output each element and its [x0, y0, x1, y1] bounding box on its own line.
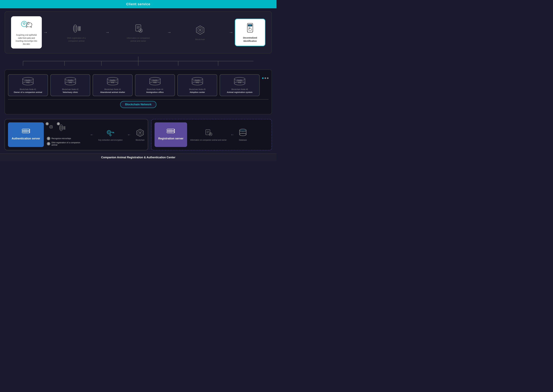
node-3-sublabel: Abandoned animal shelter	[100, 91, 125, 93]
svg-point-31	[200, 30, 200, 30]
svg-rect-131	[206, 130, 210, 135]
svg-point-136	[210, 133, 211, 134]
step-1-label: Recognize microchips	[51, 137, 71, 140]
step-2-label: DNA registration of a companion animal	[51, 141, 85, 146]
svg-rect-1	[23, 23, 25, 24]
svg-point-124	[140, 133, 140, 133]
node-4-sublabel: Immigration office	[146, 91, 164, 93]
flow-label-2: DNA registration of a companion animal	[64, 36, 89, 42]
svg-text:body: body	[238, 82, 241, 83]
reg-server-box: Registration server	[155, 122, 187, 147]
svg-text:header: header	[237, 79, 242, 81]
auth-server-box: Authentication server	[8, 122, 44, 147]
svg-point-12	[73, 25, 77, 32]
svg-text:body: body	[111, 82, 114, 83]
svg-text:DID: DID	[249, 25, 251, 26]
node-2-label: Blockchain Node #2	[62, 88, 78, 91]
svg-point-142	[240, 129, 246, 132]
database-item: Database	[238, 128, 248, 141]
reg-container: Registration server Information on compa…	[151, 119, 272, 150]
flow-label-5: Decentralized Identification	[238, 36, 262, 43]
blockchain-section: header body Blockchain Node #1 Owner of …	[0, 66, 276, 118]
svg-text:header: header	[195, 79, 200, 81]
node-5-label: Blockchain Node #5	[189, 88, 206, 91]
node-2-sublabel: Veterinary clinic	[63, 91, 78, 93]
auth-container: Authentication server 1	[5, 119, 148, 150]
svg-point-116	[108, 131, 110, 133]
svg-point-127	[174, 130, 175, 130]
dot-1	[262, 77, 264, 79]
blockchain-network-label: Blockchain Network	[8, 99, 269, 108]
svg-point-104	[51, 126, 52, 127]
node-5-sublabel: Adoption center	[190, 91, 205, 93]
svg-point-115	[107, 130, 111, 134]
blockchain-flow-label: Blockchain	[136, 139, 145, 141]
bottom-section: Authentication server 1	[0, 118, 276, 153]
svg-point-89	[29, 130, 30, 130]
node-4-label: Blockchain Node #4	[147, 88, 163, 91]
key-extraction-label: Key extraction and encryption	[98, 139, 123, 141]
blockchain-node-5: header body Blockchain Node #5 Adoption …	[177, 74, 217, 96]
owner-info-icon	[132, 22, 144, 35]
step-num-1: 1	[47, 137, 50, 140]
dna-icon	[70, 22, 83, 35]
footer: Companion Animal Registration & Authenti…	[0, 153, 276, 161]
database-label: Database	[239, 139, 247, 141]
flow-item-2: DNA registration of a companion animal	[49, 22, 104, 42]
node-1-sublabel: Owner of a companion animal	[14, 91, 42, 93]
dot-3	[267, 77, 269, 79]
top-section: Acquiring oral epithelial cells from pet…	[0, 8, 276, 56]
pet-microchip-icon	[20, 19, 33, 32]
flow-item-1: Acquiring oral epithelial cells from pet…	[11, 16, 42, 49]
svg-point-0	[21, 21, 27, 27]
auth-arrow-2: ←	[126, 133, 132, 137]
top-flow-container: Acquiring oral epithelial cells from pet…	[5, 11, 272, 53]
dots-indicator	[262, 74, 269, 82]
node-6-sublabel: Animal registration system	[227, 91, 253, 93]
node-3-label: Blockchain Node #3	[105, 88, 121, 91]
blockchain-node-2: header body Blockchain Node #2 Veterinar…	[50, 74, 90, 96]
svg-text:body: body	[26, 82, 30, 83]
auth-icons-row: 1	[47, 123, 85, 133]
blockchain-network-badge: Blockchain Network	[120, 101, 156, 108]
auth-steps: 1 Recognize microchips 2 DNA registratio…	[47, 137, 85, 146]
client-service-header: Client service	[0, 0, 276, 8]
svg-marker-120	[110, 134, 111, 136]
flow-label-3: Information on companion animal and owne…	[126, 36, 150, 42]
arrow-3: →	[165, 30, 173, 35]
reg-flow: Information on companion animal and owne…	[190, 128, 269, 141]
flow-item-5: DID Decentralized Identification	[235, 19, 265, 46]
footer-label: Companion Animal Registration & Authenti…	[101, 156, 175, 159]
auth-step-2: 2 DNA registration of a companion animal	[47, 141, 85, 146]
reg-server-label: Registration server	[158, 137, 184, 140]
dot-2	[264, 77, 266, 79]
nodes-row: header body Blockchain Node #1 Owner of …	[8, 74, 269, 96]
reg-arrow-1: ←	[229, 133, 236, 137]
node-1-label: Blockchain Node #1	[20, 88, 36, 91]
blockchain-node-1: header body Blockchain Node #1 Owner of …	[8, 74, 48, 96]
arrow-4: →	[227, 30, 235, 35]
did-icon: DID	[244, 22, 256, 34]
blockchain-node-6: header body Blockchain Node #6 Animal re…	[220, 74, 260, 96]
companion-info-item: Information on companion animal and owne…	[190, 128, 227, 141]
nodes-container: header body Blockchain Node #1 Owner of …	[5, 70, 272, 114]
step-num-2: 2	[47, 142, 50, 145]
arrow-2: →	[104, 30, 111, 35]
svg-text:body: body	[153, 82, 157, 83]
svg-text:body: body	[196, 82, 199, 83]
auth-arrow-1: ←	[88, 133, 95, 137]
svg-text:header: header	[68, 79, 73, 81]
flow-label-4: Blockchain	[195, 38, 205, 41]
blockchain-node-4: header body Blockchain Node #4 Immigrati…	[135, 74, 175, 96]
svg-point-90	[29, 132, 30, 133]
connector-section	[0, 56, 276, 66]
svg-text:header: header	[26, 79, 30, 81]
svg-text:body: body	[69, 82, 72, 83]
svg-point-128	[174, 132, 175, 133]
svg-text:header: header	[153, 79, 157, 81]
blockchain-flow-item: Blockchain	[135, 128, 145, 141]
flow-item-4: Blockchain	[173, 24, 227, 41]
flow-item-3: Information on companion animal and owne…	[111, 22, 166, 42]
node-6-label: Blockchain Node #6	[232, 88, 248, 91]
auth-server-label: Authentication server	[12, 137, 40, 140]
